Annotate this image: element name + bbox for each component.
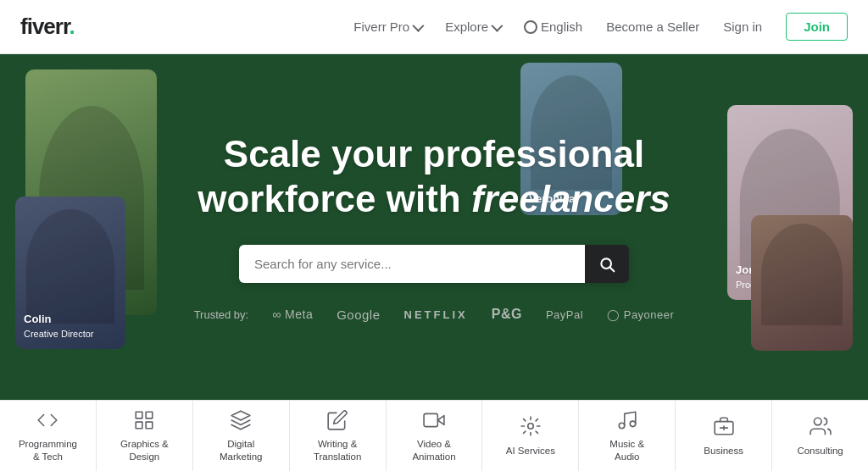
category-label: Business bbox=[704, 445, 743, 457]
consulting-icon bbox=[809, 414, 832, 438]
svg-rect-7 bbox=[424, 413, 437, 426]
svg-point-14 bbox=[814, 418, 821, 425]
category-label: DigitalMarketing bbox=[220, 438, 263, 463]
svg-marker-6 bbox=[437, 415, 444, 424]
search-icon bbox=[598, 256, 615, 273]
svg-rect-4 bbox=[146, 422, 153, 429]
nav-explore[interactable]: Explore bbox=[445, 19, 500, 34]
hero-title: Scale your professional workforce with f… bbox=[194, 132, 675, 222]
svg-point-10 bbox=[630, 421, 636, 427]
business-icon bbox=[712, 414, 736, 438]
category-label: Graphics &Design bbox=[120, 438, 169, 463]
category-business[interactable]: Business bbox=[676, 401, 772, 471]
card-colin-name: Colin bbox=[24, 312, 94, 327]
category-label: Writing &Translation bbox=[314, 438, 361, 463]
category-programming-tech[interactable]: Programming& Tech bbox=[0, 401, 97, 471]
trusted-by: Trusted by: ∞ Meta Google NETFLIX P&G Pa… bbox=[194, 307, 675, 322]
brand-meta: ∞ Meta bbox=[272, 308, 313, 321]
globe-icon bbox=[524, 20, 537, 34]
svg-point-8 bbox=[528, 424, 534, 429]
category-label: AI Services bbox=[506, 445, 555, 457]
category-label: Video &Animation bbox=[412, 438, 455, 463]
category-label: Programming& Tech bbox=[19, 438, 77, 463]
ai-icon bbox=[519, 414, 542, 438]
svg-rect-5 bbox=[136, 422, 143, 429]
card-colin-role: Creative Director bbox=[24, 328, 94, 341]
chevron-down-icon bbox=[491, 19, 503, 31]
svg-point-9 bbox=[619, 423, 625, 429]
brand-pg: P&G bbox=[492, 307, 522, 322]
logo-dot: . bbox=[70, 14, 75, 39]
nav-language[interactable]: English bbox=[524, 19, 582, 34]
join-button[interactable]: Join bbox=[786, 13, 848, 41]
brand-paypal: PayPal bbox=[546, 308, 583, 321]
trusted-label: Trusted by: bbox=[194, 308, 249, 321]
brand-google: Google bbox=[337, 308, 380, 322]
hero-section: Jenny Voiceover & Singer Veronica Jordan… bbox=[0, 54, 868, 400]
category-digital-marketing[interactable]: DigitalMarketing bbox=[193, 401, 290, 471]
hero-content: Scale your professional workforce with f… bbox=[194, 132, 675, 323]
category-video-animation[interactable]: Video &Animation bbox=[387, 401, 483, 471]
category-label: Consulting bbox=[797, 445, 843, 457]
music-icon bbox=[615, 409, 639, 431]
category-consulting[interactable]: Consulting bbox=[772, 401, 868, 471]
category-ai-services[interactable]: AI Services bbox=[482, 401, 579, 471]
freelancer-card-extra bbox=[751, 215, 853, 351]
category-graphics-design[interactable]: Graphics &Design bbox=[97, 401, 193, 471]
categories-bar: Programming& Tech Graphics &Design Digit… bbox=[0, 400, 868, 471]
navbar: fiverr. Fiverr Pro Explore English Becom… bbox=[0, 0, 868, 54]
video-icon bbox=[422, 409, 446, 431]
category-writing-translation[interactable]: Writing &Translation bbox=[290, 401, 387, 471]
freelancer-card-colin: Colin Creative Director bbox=[15, 197, 125, 349]
brand-payoneer: ◯ Payoneer bbox=[607, 308, 674, 321]
nav-links: Fiverr Pro Explore English Become a Sell… bbox=[353, 13, 848, 41]
chevron-down-icon bbox=[412, 19, 424, 31]
code-icon bbox=[36, 409, 59, 431]
svg-line-1 bbox=[610, 268, 615, 272]
category-label: Music &Audio bbox=[609, 438, 644, 463]
search-button[interactable] bbox=[585, 245, 629, 283]
search-bar bbox=[239, 245, 629, 283]
nav-sign-in[interactable]: Sign in bbox=[723, 19, 762, 34]
nav-fiverr-pro[interactable]: Fiverr Pro bbox=[353, 19, 421, 34]
design-icon bbox=[132, 409, 156, 431]
search-input[interactable] bbox=[239, 245, 585, 283]
category-music-audio[interactable]: Music &Audio bbox=[579, 401, 676, 471]
svg-rect-3 bbox=[146, 412, 153, 418]
marketing-icon bbox=[229, 409, 253, 431]
nav-become-seller[interactable]: Become a Seller bbox=[606, 19, 699, 34]
writing-icon bbox=[326, 409, 349, 431]
svg-rect-2 bbox=[136, 412, 143, 418]
logo[interactable]: fiverr. bbox=[20, 14, 75, 40]
brand-netflix: NETFLIX bbox=[404, 308, 468, 321]
